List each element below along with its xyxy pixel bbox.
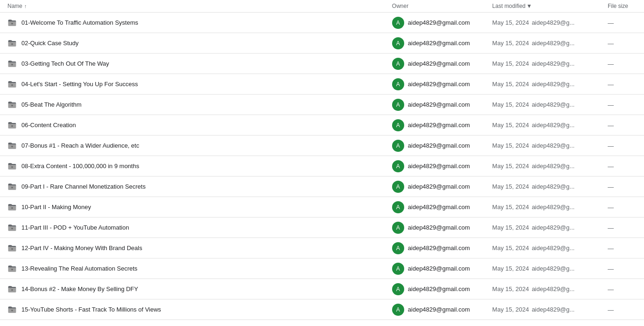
modified-date: May 15, 2024: [492, 122, 529, 129]
size-cell: —: [602, 33, 644, 54]
folder-icon: [7, 100, 17, 109]
owner-email: aidep4829@gmail.com: [408, 183, 470, 190]
table-row[interactable]: 10-Part II - Making Money A aidep4829@gm…: [0, 197, 644, 217]
svg-rect-64: [11, 269, 13, 270]
svg-rect-14: [11, 64, 13, 65]
svg-rect-47: [10, 205, 12, 206]
size-cell: —: [602, 177, 644, 197]
owner-email: aidep4829@gmail.com: [408, 19, 470, 26]
file-size-value: —: [608, 224, 614, 231]
table-row[interactable]: 04-Let's Start - Setting You Up For Succ…: [0, 74, 644, 95]
owner-email: aidep4829@gmail.com: [408, 101, 470, 108]
name-cell: 11-Part III - POD + YouTube Automation: [0, 217, 386, 238]
folder-icon: [7, 18, 17, 27]
modified-date: May 15, 2024: [492, 306, 529, 313]
owner-email: aidep4829@gmail.com: [408, 122, 470, 129]
folder-icon: [7, 305, 17, 314]
size-cell: —: [602, 197, 644, 217]
modified-cell: May 15, 2024 aidep4829@g...: [487, 156, 602, 177]
table-row[interactable]: 06-Content Creation A aidep4829@gmail.co…: [0, 115, 644, 136]
file-size-value: —: [608, 245, 614, 252]
file-name-label: 04-Let's Start - Setting You Up For Succ…: [21, 81, 138, 88]
modified-date: May 15, 2024: [492, 224, 529, 231]
table-row[interactable]: 01-Welcome To Traffic Automation Systems…: [0, 13, 644, 33]
size-cell: —: [602, 74, 644, 95]
name-header-label: Name: [7, 3, 22, 9]
modified-by-user: aidep4829@g...: [532, 244, 575, 251]
owner-column-header[interactable]: Owner: [386, 0, 487, 13]
size-column-header[interactable]: File size: [602, 0, 644, 13]
modified-date: May 15, 2024: [492, 81, 529, 88]
owner-email: aidep4829@gmail.com: [408, 204, 470, 211]
owner-cell: A aidep4829@gmail.com: [386, 136, 487, 156]
folder-icon: [7, 80, 17, 89]
folder-icon: [7, 162, 17, 171]
modified-date: May 15, 2024: [492, 244, 529, 251]
owner-cell: A aidep4829@gmail.com: [386, 74, 487, 95]
modified-cell: May 15, 2024 aidep4829@g...: [487, 299, 602, 320]
owner-cell: A aidep4829@gmail.com: [386, 95, 487, 115]
table-row[interactable]: 03-Getting Tech Out Of The Way A aidep48…: [0, 54, 644, 74]
table-row[interactable]: 11-Part III - POD + YouTube Automation A…: [0, 217, 644, 238]
owner-cell: A aidep4829@gmail.com: [386, 279, 487, 299]
name-column-header[interactable]: Name ↑: [0, 0, 386, 13]
modified-column-header[interactable]: Last modified ▼: [487, 0, 602, 13]
table-row[interactable]: 02-Quick Case Study A aidep4829@gmail.co…: [0, 33, 644, 54]
name-cell: 04-Let's Start - Setting You Up For Succ…: [0, 74, 386, 95]
avatar: A: [392, 304, 404, 316]
avatar: A: [392, 119, 404, 131]
owner-cell: A aidep4829@gmail.com: [386, 299, 487, 320]
modified-by-user: aidep4829@g...: [532, 40, 575, 47]
table-row[interactable]: 12-Part IV - Making Money With Brand Dea…: [0, 238, 644, 258]
file-size-value: —: [608, 163, 614, 170]
file-size-value: —: [608, 306, 614, 313]
avatar: A: [392, 222, 404, 234]
avatar: A: [392, 181, 404, 193]
modified-cell: May 15, 2024 aidep4829@g...: [487, 279, 602, 299]
file-name-label: 13-Revealing The Real Automation Secrets: [21, 265, 137, 272]
size-cell: —: [602, 115, 644, 136]
avatar: A: [392, 263, 404, 275]
svg-rect-44: [11, 187, 13, 188]
file-size-value: —: [608, 122, 614, 129]
svg-rect-54: [11, 228, 13, 229]
svg-rect-29: [11, 125, 13, 127]
file-name-label: 02-Quick Case Study: [21, 40, 79, 47]
modified-by-user: aidep4829@g...: [532, 306, 575, 313]
svg-rect-59: [11, 248, 13, 250]
owner-email: aidep4829@gmail.com: [408, 81, 470, 88]
folder-icon: [7, 121, 17, 130]
table-row[interactable]: 07-Bonus #1 - Reach a Wider Audience, et…: [0, 136, 644, 156]
name-cell: 12-Part IV - Making Money With Brand Dea…: [0, 238, 386, 258]
modified-cell: May 15, 2024 aidep4829@g...: [487, 136, 602, 156]
owner-email: aidep4829@gmail.com: [408, 306, 470, 313]
size-cell: —: [602, 299, 644, 320]
file-size-value: —: [608, 61, 614, 68]
modified-cell: May 15, 2024 aidep4829@g...: [487, 54, 602, 74]
svg-rect-57: [10, 246, 12, 247]
table-row[interactable]: 13-Revealing The Real Automation Secrets…: [0, 258, 644, 279]
table-row[interactable]: 08-Extra Content - 100,000,000 in 9 mont…: [0, 156, 644, 177]
owner-cell: A aidep4829@gmail.com: [386, 197, 487, 217]
svg-rect-52: [10, 225, 12, 226]
owner-header-label: Owner: [392, 3, 408, 9]
modified-date: May 15, 2024: [492, 183, 529, 190]
size-cell: —: [602, 156, 644, 177]
file-size-value: —: [608, 265, 614, 272]
svg-rect-49: [11, 207, 13, 209]
avatar: A: [392, 201, 404, 213]
modified-cell: May 15, 2024 aidep4829@g...: [487, 177, 602, 197]
name-cell: 08-Extra Content - 100,000,000 in 9 mont…: [0, 156, 386, 177]
folder-icon: [7, 141, 17, 150]
svg-rect-12: [10, 61, 12, 62]
svg-rect-4: [11, 23, 13, 24]
table-row[interactable]: 05-Beat The Algorithm A aidep4829@gmail.…: [0, 95, 644, 115]
table-row[interactable]: 14-Bonus #2 - Make Money By Selling DFY …: [0, 279, 644, 299]
table-row[interactable]: 09-Part I - Rare Channel Monetization Se…: [0, 177, 644, 197]
file-size-value: —: [608, 286, 614, 293]
size-cell: —: [602, 217, 644, 238]
svg-rect-74: [11, 310, 13, 311]
table-row[interactable]: 15-YouTube Shorts - Fast Track To Millio…: [0, 299, 644, 320]
modified-cell: May 15, 2024 aidep4829@g...: [487, 33, 602, 54]
file-size-value: —: [608, 143, 614, 149]
